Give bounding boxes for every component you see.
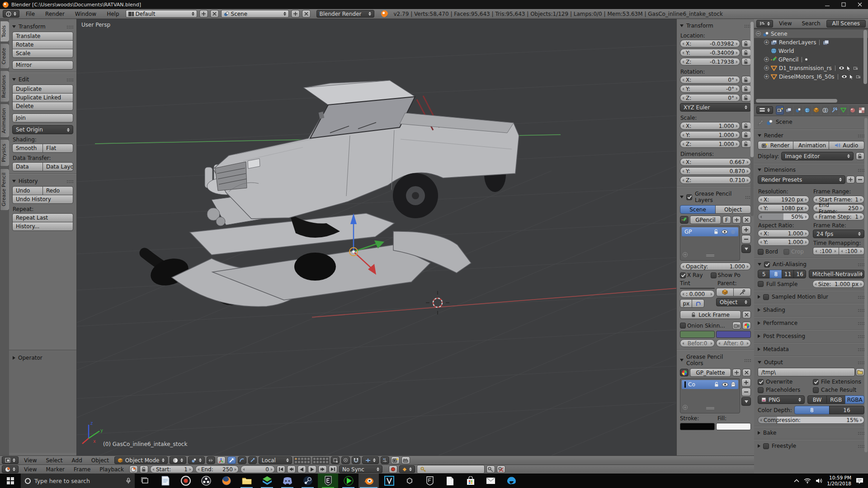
next-keyframe-button[interactable]	[318, 465, 327, 473]
preset-remove-button[interactable]	[856, 176, 864, 183]
gp-color-remove-button[interactable]	[741, 388, 751, 396]
manipulator-rotate-button[interactable]	[238, 456, 246, 464]
gp-layers-checkbox[interactable]	[686, 194, 692, 200]
gp-thickness-px-button[interactable]: px	[680, 299, 692, 308]
renderlayer-badge-icon[interactable]	[823, 40, 829, 45]
channels-bw-button[interactable]: BW	[807, 395, 827, 404]
lock-icon[interactable]	[741, 131, 751, 139]
lock-icon[interactable]	[741, 122, 751, 130]
render-engine-selector[interactable]: Blender Render	[316, 10, 374, 18]
output-panel-header[interactable]: Output	[758, 357, 864, 368]
repeat-history-button[interactable]: History...	[12, 222, 73, 231]
start-frame-field[interactable]: Start:1	[150, 465, 193, 473]
scale-z-field[interactable]: Z:1.000	[680, 140, 740, 148]
outliner-item-renderlayers[interactable]: + RenderLayers	[754, 38, 868, 47]
snap-magnet-button[interactable]	[352, 456, 360, 464]
full-sample-checkbox[interactable]	[758, 281, 764, 287]
render-button[interactable]: Render	[758, 141, 793, 150]
gp-fake-user-button[interactable]: F	[722, 216, 731, 224]
border-checkbox[interactable]	[758, 249, 764, 255]
npanel-scrollbar[interactable]	[750, 22, 754, 157]
operator-panel[interactable]: Operator	[9, 350, 76, 453]
outliner-vscrollbar[interactable]	[863, 30, 867, 84]
tab-modifiers[interactable]	[830, 106, 839, 115]
viewport-3d[interactable]: User Persp z y x (0) GasCo_inline6_intak…	[77, 19, 676, 455]
tl-menu-marker[interactable]: Marker	[42, 466, 68, 473]
palette-icon[interactable]	[680, 369, 689, 376]
rotate-button[interactable]: Rotate	[12, 40, 73, 49]
gp-palette-add-button[interactable]	[732, 369, 741, 376]
location-x-field[interactable]: X:-0.03982	[680, 40, 740, 47]
jump-to-end-button[interactable]	[329, 465, 337, 473]
lock-icon[interactable]	[741, 94, 751, 102]
tab-tools[interactable]: Tools	[0, 21, 9, 42]
motion-blur-panel-header[interactable]: Sampled Motion Blur	[758, 291, 864, 302]
shade-flat-button[interactable]: Flat	[42, 144, 73, 153]
lock-time-button[interactable]	[140, 465, 148, 473]
menu-render[interactable]: Render	[41, 11, 69, 17]
redo-button[interactable]: Redo	[42, 186, 73, 195]
gp-onion-camera-button[interactable]	[732, 322, 741, 329]
gp-add-datablock-button[interactable]	[732, 216, 741, 224]
lock-icon[interactable]	[856, 152, 864, 160]
post-processing-panel-header[interactable]: Post Processing	[758, 331, 864, 342]
tl-menu-view[interactable]: View	[20, 466, 40, 473]
keying-set-selector[interactable]	[399, 465, 415, 473]
mirror-button[interactable]: Mirror	[12, 61, 73, 70]
gp-color-list[interactable]: Co	[680, 378, 740, 413]
snap-target-button[interactable]	[381, 456, 389, 464]
gp-layer-list[interactable]: GP	[680, 225, 740, 261]
outliner-item-scene[interactable]: − Scene	[754, 29, 868, 38]
taskbar-document-icon[interactable]	[440, 474, 460, 488]
data-transfer-layout-button[interactable]: Data Layo	[42, 162, 73, 171]
gp-onion-checkbox[interactable]	[680, 323, 686, 328]
orientation-selector[interactable]: Local	[259, 456, 292, 464]
prev-keyframe-button[interactable]	[287, 465, 296, 473]
tab-render-layers[interactable]	[785, 106, 793, 115]
tab-scene[interactable]	[794, 106, 802, 115]
aa-checkbox[interactable]	[764, 262, 770, 267]
aa-samples-16[interactable]: 16	[793, 270, 806, 278]
gp-onion-colorwheel-button[interactable]	[742, 322, 751, 329]
depth-8-button[interactable]: 8	[794, 406, 830, 414]
shade-smooth-button[interactable]: Smooth	[12, 144, 43, 153]
frame-step-field[interactable]: Frame Step:1	[813, 213, 864, 221]
vp-menu-view[interactable]: View	[20, 457, 40, 464]
current-frame-field[interactable]: 0	[241, 465, 275, 473]
tl-menu-frame[interactable]: Frame	[70, 466, 94, 473]
menu-help[interactable]: Help	[103, 11, 123, 17]
taskbar-vegas-icon[interactable]	[379, 474, 399, 488]
gp-datablock-icon[interactable]	[680, 216, 689, 224]
aa-samples-5[interactable]: 5	[758, 270, 770, 278]
taskbar-discord-icon[interactable]	[277, 474, 297, 488]
tab-grease-pencil[interactable]: Grease Pencil	[0, 168, 9, 211]
tab-object-data[interactable]	[840, 106, 848, 115]
add-item-icon[interactable]	[683, 405, 688, 411]
add-scene-button[interactable]	[291, 10, 300, 18]
gp-stroke-swatch[interactable]	[680, 423, 715, 430]
mode-selector[interactable]: Object Mode	[114, 456, 168, 464]
outliner-item-world[interactable]: World	[754, 47, 868, 55]
properties-editor-selector[interactable]	[756, 106, 773, 114]
crop-checkbox[interactable]	[783, 249, 789, 255]
pivot-center-selector[interactable]	[188, 456, 205, 464]
compression-slider[interactable]: Compression:15%	[758, 416, 864, 424]
taskbar-unity-icon[interactable]	[399, 474, 420, 488]
snap-element-selector[interactable]	[362, 456, 379, 464]
auto-keyframe-button[interactable]	[389, 465, 397, 473]
aa-samples-8[interactable]: 8	[769, 270, 782, 278]
camera-render-icon[interactable]	[855, 75, 861, 79]
eye-icon[interactable]	[839, 66, 844, 70]
play-button[interactable]	[308, 465, 316, 473]
lock-icon[interactable]	[741, 58, 751, 66]
cursor-hand-icon[interactable]	[692, 299, 704, 308]
set-origin-menu[interactable]: Set Origin	[12, 125, 73, 134]
ghost-icon[interactable]	[731, 382, 736, 387]
undo-history-button[interactable]: Undo History	[12, 195, 73, 204]
notification-center-icon[interactable]	[856, 478, 863, 484]
audio-button[interactable]: Audio	[829, 141, 864, 150]
opengl-render-anim-button[interactable]	[401, 456, 410, 464]
expand-icon[interactable]: +	[764, 57, 769, 62]
shading-panel-header[interactable]: Shading	[758, 305, 864, 315]
gp-parent-type-selector[interactable]: Object	[716, 298, 751, 306]
